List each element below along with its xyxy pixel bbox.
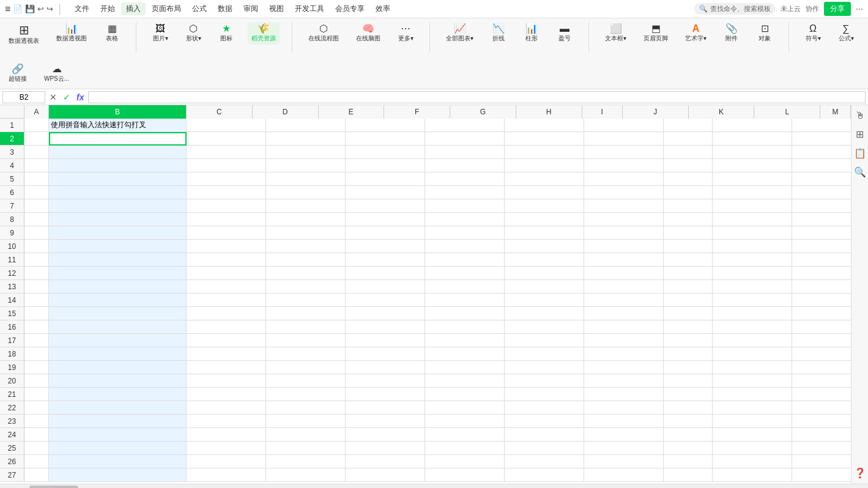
cell-G16[interactable]	[505, 320, 584, 334]
cell-I15[interactable]	[664, 307, 713, 320]
cell-G23[interactable]	[505, 415, 584, 428]
cell-D12[interactable]	[266, 267, 346, 280]
hamburger-icon[interactable]: ≡	[5, 4, 10, 15]
cell-E23[interactable]	[346, 415, 425, 428]
cell-C6[interactable]	[187, 186, 266, 199]
row-num-4[interactable]: 4	[0, 159, 24, 172]
ribbon-btn-object[interactable]: ⊡ 对象	[753, 22, 776, 45]
cell-A14[interactable]	[24, 294, 49, 307]
cell-I6[interactable]	[664, 186, 713, 199]
cell-I16[interactable]	[664, 320, 713, 334]
cell-I20[interactable]	[664, 374, 713, 388]
cell-B20[interactable]	[49, 374, 187, 388]
cell-J16[interactable]	[713, 320, 792, 334]
cell-F18[interactable]	[425, 347, 505, 361]
col-header-I[interactable]: I	[582, 105, 623, 119]
cell-E9[interactable]	[346, 226, 425, 240]
cell-B10[interactable]	[49, 240, 187, 253]
row-num-14[interactable]: 14	[0, 294, 24, 307]
cell-B16[interactable]	[49, 320, 187, 334]
cell-J1[interactable]	[713, 119, 792, 132]
cell-J14[interactable]	[713, 294, 792, 307]
cell-F10[interactable]	[425, 240, 505, 253]
cell-G14[interactable]	[505, 294, 584, 307]
cell-B7[interactable]	[49, 199, 187, 213]
cell-B3[interactable]	[49, 146, 187, 159]
more-menu-icon[interactable]: ⋯	[856, 5, 863, 13]
cell-E4[interactable]	[346, 159, 425, 172]
cell-G10[interactable]	[505, 240, 584, 253]
ribbon-btn-mindmap[interactable]: 🧠 在线脑图	[352, 22, 384, 45]
cell-B17[interactable]	[49, 334, 187, 347]
cell-H12[interactable]	[584, 267, 664, 280]
cell-K22[interactable]	[792, 401, 851, 415]
ribbon-btn-bar[interactable]: 📊 柱形	[520, 22, 543, 45]
cell-G3[interactable]	[505, 146, 584, 159]
cell-J6[interactable]	[713, 186, 792, 199]
cell-H3[interactable]	[584, 146, 664, 159]
cell-F16[interactable]	[425, 320, 505, 334]
ribbon-btn-shape[interactable]: ⬡ 形状▾	[182, 22, 205, 45]
cell-J10[interactable]	[713, 240, 792, 253]
cell-K24[interactable]	[792, 428, 851, 442]
cell-D7[interactable]	[266, 199, 346, 213]
row-num-26[interactable]: 26	[0, 455, 24, 468]
cell-J22[interactable]	[713, 401, 792, 415]
cell-A15[interactable]	[24, 307, 49, 320]
row-num-3[interactable]: 3	[0, 146, 24, 159]
cell-F1[interactable]	[425, 119, 505, 132]
cell-A25[interactable]	[24, 442, 49, 455]
cell-B19[interactable]	[49, 361, 187, 374]
row-num-6[interactable]: 6	[0, 186, 24, 199]
menu-page-layout[interactable]: 页面布局	[147, 2, 186, 15]
cell-K2[interactable]	[792, 132, 851, 146]
cell-G15[interactable]	[505, 307, 584, 320]
cell-H22[interactable]	[584, 401, 664, 415]
cell-A24[interactable]	[24, 428, 49, 442]
cell-F2[interactable]	[425, 132, 505, 146]
ribbon-btn-hyperlink[interactable]: 🔗 超链接	[5, 62, 31, 85]
cell-B11[interactable]	[49, 253, 187, 267]
cell-J12[interactable]	[713, 267, 792, 280]
cell-I21[interactable]	[664, 388, 713, 401]
cell-I19[interactable]	[664, 361, 713, 374]
cell-H11[interactable]	[584, 253, 664, 267]
cell-H8[interactable]	[584, 213, 664, 226]
cell-F7[interactable]	[425, 199, 505, 213]
cell-A20[interactable]	[24, 374, 49, 388]
cell-I4[interactable]	[664, 159, 713, 172]
menu-insert[interactable]: 插入	[121, 2, 146, 15]
cell-ref-input[interactable]	[2, 91, 45, 103]
menu-efficiency[interactable]: 效率	[371, 2, 395, 15]
cell-I1[interactable]	[664, 119, 713, 132]
row-num-25[interactable]: 25	[0, 442, 24, 455]
cell-B21[interactable]	[49, 388, 187, 401]
cell-D10[interactable]	[266, 240, 346, 253]
cell-E11[interactable]	[346, 253, 425, 267]
row-num-18[interactable]: 18	[0, 347, 24, 361]
row-num-10[interactable]: 10	[0, 240, 24, 253]
col-header-J[interactable]: J	[623, 105, 689, 119]
cell-H17[interactable]	[584, 334, 664, 347]
ribbon-btn-all-charts[interactable]: 📈 全部图表▾	[442, 22, 477, 45]
cell-D13[interactable]	[266, 280, 346, 294]
cell-F15[interactable]	[425, 307, 505, 320]
cell-A13[interactable]	[24, 280, 49, 294]
cell-D17[interactable]	[266, 334, 346, 347]
cell-H19[interactable]	[584, 361, 664, 374]
cell-K3[interactable]	[792, 146, 851, 159]
cell-E13[interactable]	[346, 280, 425, 294]
cell-J5[interactable]	[713, 172, 792, 186]
cell-D16[interactable]	[266, 320, 346, 334]
cell-H2[interactable]	[584, 132, 664, 146]
cell-J7[interactable]	[713, 199, 792, 213]
cell-C24[interactable]	[187, 428, 266, 442]
ribbon-btn-daoke[interactable]: 🌾 稻壳资源	[248, 22, 280, 45]
row-num-1[interactable]: 1	[0, 119, 24, 132]
row-num-15[interactable]: 15	[0, 307, 24, 320]
cell-D3[interactable]	[266, 146, 346, 159]
cell-D1[interactable]	[266, 119, 346, 132]
cell-B22[interactable]	[49, 401, 187, 415]
cell-H15[interactable]	[584, 307, 664, 320]
row-num-5[interactable]: 5	[0, 172, 24, 186]
